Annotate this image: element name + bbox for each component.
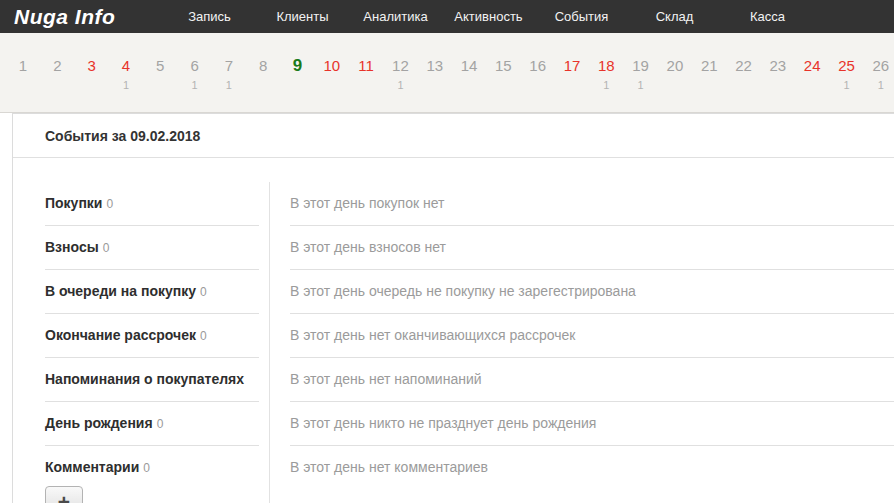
calendar-day[interactable]: 16	[529, 57, 547, 92]
day-number: 14	[460, 57, 478, 75]
event-category-label: День рождения	[45, 415, 153, 431]
calendar-day[interactable]: 11	[357, 57, 375, 92]
calendar-day[interactable]: 8	[254, 57, 272, 92]
event-message-cell: В этот день никто не празднует день рожд…	[269, 402, 894, 446]
day-event-count: 1	[391, 79, 409, 92]
calendar-day[interactable]: 18 1	[597, 57, 615, 92]
day-event-count	[323, 79, 341, 92]
day-event-count	[700, 79, 718, 92]
day-number: 26	[872, 57, 890, 75]
event-category-count: 0	[143, 461, 150, 475]
nav-link[interactable]: Склад	[628, 9, 721, 24]
day-number: 19	[632, 57, 650, 75]
event-message-cell: В этот день очередь не покупку не зареге…	[269, 270, 894, 314]
calendar-day[interactable]: 2	[48, 57, 66, 92]
calendar-day[interactable]: 25 1	[838, 57, 856, 92]
calendar-day[interactable]: 12 1	[391, 57, 409, 92]
event-category-cell: День рождения0	[45, 402, 259, 446]
day-number: 21	[700, 57, 718, 75]
day-number: 22	[735, 57, 753, 75]
day-number: 12	[391, 57, 409, 75]
day-number: 4	[117, 57, 135, 75]
day-event-count	[426, 79, 444, 92]
calendar-day[interactable]: 14	[460, 57, 478, 92]
calendar-day[interactable]: 4 1	[117, 57, 135, 92]
day-number: 13	[426, 57, 444, 75]
calendar-day[interactable]: 26 1	[872, 57, 890, 92]
event-empty-message: В этот день нет комментариев	[290, 459, 488, 475]
event-row: Комментарии0 + В этот день нет комментар…	[45, 446, 894, 503]
calendar-day[interactable]: 13	[426, 57, 444, 92]
day-event-count	[151, 79, 169, 92]
nav-link[interactable]: События	[535, 9, 628, 24]
day-number: 16	[529, 57, 547, 75]
calendar-day[interactable]: 1	[14, 57, 32, 92]
calendar-day[interactable]: 5	[151, 57, 169, 92]
event-message-cell: В этот день взносов нет	[269, 226, 894, 270]
event-message-cell: В этот день нет напоминаний	[269, 358, 894, 402]
events-list: Покупки0 В этот день покупок нет Взносы0…	[13, 158, 894, 503]
event-category-label: Окончание рассрочек	[45, 327, 196, 343]
calendar-day[interactable]: 20	[666, 57, 684, 92]
calendar-day[interactable]: 9	[289, 57, 307, 92]
event-category-label: Взносы	[45, 239, 99, 255]
event-category-label: Покупки	[45, 195, 102, 211]
day-event-count	[460, 79, 478, 92]
event-empty-message: В этот день никто не празднует день рожд…	[290, 415, 596, 431]
day-event-count	[494, 79, 512, 92]
event-message-cell: В этот день покупок нет	[269, 182, 894, 226]
day-number: 6	[186, 57, 204, 75]
event-category-count: 0	[157, 417, 164, 431]
event-message-cell: В этот день нет оканчивающихся рассрочек	[269, 314, 894, 358]
day-event-count	[529, 79, 547, 92]
calendar-day[interactable]: 24	[803, 57, 821, 92]
event-category-cell: В очереди на покупку0	[45, 270, 259, 314]
calendar-day[interactable]: 3	[83, 57, 101, 92]
calendar-day[interactable]: 19 1	[632, 57, 650, 92]
day-event-count	[357, 79, 375, 92]
day-number: 10	[323, 57, 341, 75]
day-number: 23	[769, 57, 787, 75]
day-event-count	[666, 79, 684, 92]
event-empty-message: В этот день покупок нет	[290, 195, 444, 211]
event-category-count: 0	[200, 329, 207, 343]
day-event-count: 1	[220, 79, 238, 92]
event-category-count: 0	[200, 285, 207, 299]
top-navbar: Nuga Info Запись Клиенты Аналитика Актив…	[0, 0, 894, 33]
events-panel: События за 09.02.2018 Покупки0 В этот де…	[12, 113, 894, 503]
nav-link[interactable]: Клиенты	[256, 9, 349, 24]
add-comment-button[interactable]: +	[45, 486, 83, 503]
calendar-day[interactable]: 6 1	[186, 57, 204, 92]
calendar-day[interactable]: 21	[700, 57, 718, 92]
calendar-day[interactable]: 10	[323, 57, 341, 92]
day-event-count	[83, 79, 101, 92]
event-empty-message: В этот день нет оканчивающихся рассрочек	[290, 327, 575, 343]
day-event-count	[14, 79, 32, 92]
event-empty-message: В этот день взносов нет	[290, 239, 446, 255]
calendar-day[interactable]: 15	[494, 57, 512, 92]
calendar-day[interactable]: 22	[735, 57, 753, 92]
calendar-day[interactable]: 23	[769, 57, 787, 92]
event-row: Окончание рассрочек0 В этот день нет ока…	[45, 314, 894, 358]
nav-link[interactable]: Запись	[163, 9, 256, 24]
day-event-count: 1	[872, 79, 890, 92]
nav-link[interactable]: Активность	[442, 9, 535, 24]
day-number: 1	[14, 57, 32, 75]
event-row: Напоминания о покупателях В этот день не…	[45, 358, 894, 402]
day-number: 25	[838, 57, 856, 75]
day-number: 17	[563, 57, 581, 75]
event-row: В очереди на покупку0 В этот день очеред…	[45, 270, 894, 314]
event-category-label: Комментарии	[45, 459, 139, 475]
main-nav: Запись Клиенты Аналитика Активность Собы…	[163, 9, 814, 24]
day-event-count	[563, 79, 581, 92]
event-row: Взносы0 В этот день взносов нет	[45, 226, 894, 270]
event-category-label: В очереди на покупку	[45, 283, 196, 299]
day-number: 24	[803, 57, 821, 75]
day-event-count: 1	[117, 79, 135, 92]
day-number: 11	[357, 57, 375, 75]
calendar-day[interactable]: 17	[563, 57, 581, 92]
nav-link[interactable]: Аналитика	[349, 9, 442, 24]
nav-link[interactable]: Касса	[721, 9, 814, 24]
day-event-count: 1	[838, 79, 856, 92]
calendar-day[interactable]: 7 1	[220, 57, 238, 92]
